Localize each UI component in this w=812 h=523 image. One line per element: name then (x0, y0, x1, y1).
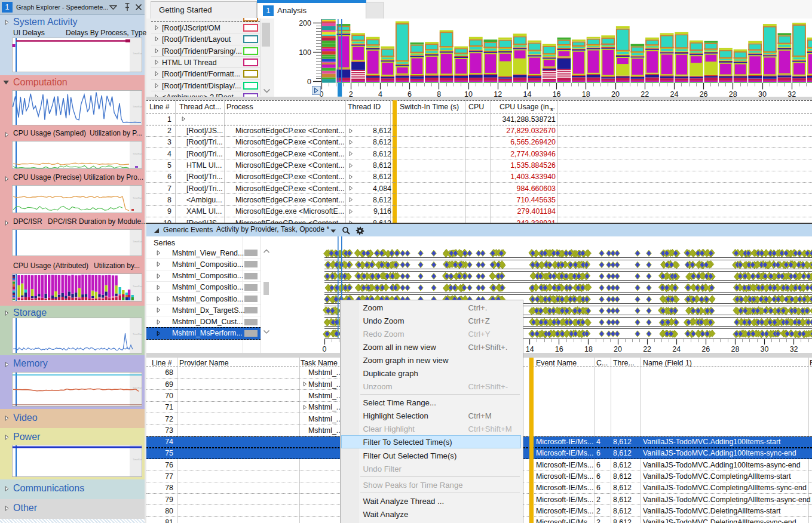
svg-text:14: 14 (523, 90, 531, 97)
svg-text:24: 24 (672, 345, 681, 353)
svg-text:16: 16 (555, 345, 563, 353)
svg-text:14: 14 (526, 345, 534, 353)
svg-text:22: 22 (641, 90, 649, 97)
svg-text:20: 20 (614, 345, 622, 353)
svg-text:0: 0 (323, 345, 327, 353)
svg-text:30: 30 (761, 345, 769, 353)
svg-text:8: 8 (437, 90, 441, 97)
svg-text:0: 0 (307, 78, 311, 86)
svg-text:26: 26 (701, 345, 710, 353)
svg-text:16: 16 (553, 90, 561, 97)
svg-text:6: 6 (407, 90, 412, 97)
svg-text:22: 22 (643, 345, 651, 353)
svg-text:12: 12 (494, 90, 502, 97)
svg-text:20: 20 (611, 90, 620, 97)
svg-text:18: 18 (582, 90, 590, 97)
svg-text:24: 24 (670, 90, 678, 97)
svg-text:28: 28 (731, 345, 739, 353)
svg-text:30: 30 (758, 90, 767, 97)
svg-text:18: 18 (584, 345, 593, 353)
svg-text:4: 4 (378, 90, 382, 97)
svg-text:100: 100 (299, 48, 311, 57)
svg-text:26: 26 (700, 90, 708, 97)
svg-text:10: 10 (464, 90, 473, 97)
svg-text:28: 28 (729, 90, 737, 97)
svg-text:32: 32 (790, 345, 798, 353)
svg-text:200: 200 (299, 19, 311, 27)
svg-text:2: 2 (349, 90, 353, 97)
svg-text:32: 32 (788, 90, 796, 97)
